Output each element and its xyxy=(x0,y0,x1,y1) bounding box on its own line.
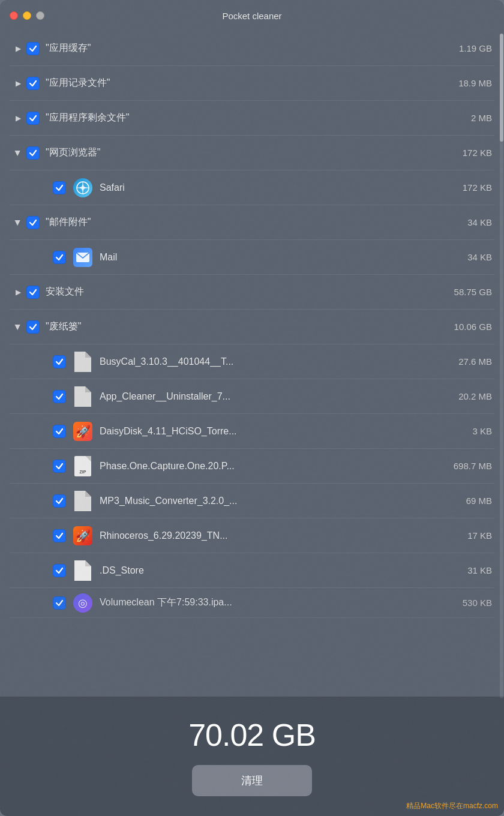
checkbox-app-logs[interactable] xyxy=(26,77,40,90)
minimize-button[interactable] xyxy=(23,11,31,20)
list-item[interactable]: Mail 34 KB xyxy=(10,240,494,275)
item-size: 17 KB xyxy=(444,530,492,541)
list-item[interactable]: ▶ "网页浏览器" 172 KB xyxy=(10,136,494,170)
item-size: 530 KB xyxy=(444,598,492,608)
item-label: MP3_Music_Converter_3.2.0_... xyxy=(100,496,437,506)
chevron-icon[interactable]: ▶ xyxy=(12,147,24,159)
chevron-icon[interactable]: ▶ xyxy=(12,286,24,298)
svg-marker-7 xyxy=(74,386,91,407)
chevron-icon[interactable]: ▶ xyxy=(12,77,24,89)
item-size: 2 MB xyxy=(444,113,492,123)
chevron-icon[interactable]: ▶ xyxy=(12,112,24,124)
svg-marker-11 xyxy=(74,560,91,581)
file-icon xyxy=(72,386,94,407)
window-title: Pocket cleaner xyxy=(222,11,281,21)
item-size: 1.19 GB xyxy=(444,43,492,53)
list-item[interactable]: ZIP Phase.One.Capture.One.20.P... 698.7 … xyxy=(10,449,494,484)
checkbox-phase-one[interactable] xyxy=(53,460,66,473)
app-window: Pocket cleaner ▶ "应用缓存" 1.19 GB ▶ xyxy=(0,0,504,816)
list-item[interactable]: .DS_Store 31 KB xyxy=(10,553,494,588)
item-label: Rhinoceros_6.29.20239_TN... xyxy=(100,530,437,541)
daisydisk-icon: 🚀 xyxy=(72,421,94,442)
item-label: "应用缓存" xyxy=(46,42,437,55)
item-size: 69 MB xyxy=(444,496,492,506)
content-area: ▶ "应用缓存" 1.19 GB ▶ "应用记录文件" 18.9 xyxy=(0,31,504,696)
item-size: 58.75 GB xyxy=(444,287,492,297)
item-size: 698.7 MB xyxy=(444,461,492,471)
scrollbar-track xyxy=(500,34,503,698)
checkbox-app-leftovers[interactable] xyxy=(26,112,40,125)
list-item[interactable]: ◎ Volumeclean 下午7:59:33.ipa... 530 KB xyxy=(10,588,494,618)
mail-icon xyxy=(72,247,94,268)
item-size: 34 KB xyxy=(444,217,492,227)
item-label: 安装文件 xyxy=(46,286,437,298)
scrollbar[interactable] xyxy=(499,31,504,696)
list-item[interactable]: ▶ "废纸篓" 10.06 GB xyxy=(10,310,494,344)
item-label: DaisyDisk_4.11_HCiSO_Torre... xyxy=(100,426,437,437)
item-label: "废纸篓" xyxy=(46,320,437,333)
checkbox-ds-store[interactable] xyxy=(53,564,66,577)
list-item[interactable]: 🚀 DaisyDisk_4.11_HCiSO_Torre... 3 KB xyxy=(10,414,494,449)
item-label: Mail xyxy=(100,252,437,263)
chevron-icon[interactable]: ▶ xyxy=(12,43,24,55)
list-item[interactable]: ▶ 安装文件 58.75 GB xyxy=(10,275,494,310)
checkbox-daisydisk[interactable] xyxy=(53,425,66,438)
item-label: Volumeclean 下午7:59:33.ipa... xyxy=(100,596,437,609)
item-size: 172 KB xyxy=(444,182,492,193)
list-item[interactable]: MP3_Music_Converter_3.2.0_... 69 MB xyxy=(10,484,494,518)
checkbox-volumeclean[interactable] xyxy=(53,596,66,610)
svg-marker-5 xyxy=(74,352,91,372)
checkbox-app-cache[interactable] xyxy=(26,42,40,55)
list-item[interactable]: ▶ "应用缓存" 1.19 GB xyxy=(10,31,494,66)
checkbox-mp3[interactable] xyxy=(53,494,66,508)
checkbox-mail-attachments[interactable] xyxy=(26,216,40,229)
voluma-icon: ◎ xyxy=(72,592,94,614)
maximize-button[interactable] xyxy=(36,11,44,20)
svg-marker-3 xyxy=(79,184,86,191)
item-size: 27.6 MB xyxy=(444,356,492,367)
footer: 70.02 GB 清理 xyxy=(0,696,504,816)
list-item[interactable]: ▶ "应用记录文件" 18.9 MB xyxy=(10,66,494,101)
titlebar: Pocket cleaner xyxy=(0,0,504,31)
watermark: 精品Mac软件尽在macfz.com xyxy=(406,801,498,811)
svg-marker-8 xyxy=(85,386,91,392)
checkbox-appcleaner[interactable] xyxy=(53,390,66,403)
item-size: 34 KB xyxy=(444,252,492,262)
traffic-lights xyxy=(10,11,44,20)
file-icon xyxy=(72,490,94,512)
list-item[interactable]: Safari 172 KB xyxy=(10,170,494,205)
item-size: 3 KB xyxy=(444,426,492,436)
item-size: 31 KB xyxy=(444,565,492,575)
item-size: 10.06 GB xyxy=(444,322,492,332)
item-label: App_Cleaner__Uninstaller_7... xyxy=(100,391,437,402)
chevron-icon[interactable]: ▶ xyxy=(12,217,24,229)
scrollbar-thumb[interactable] xyxy=(500,34,503,142)
clean-button[interactable]: 清理 xyxy=(192,765,312,796)
checkbox-mail[interactable] xyxy=(53,251,66,264)
item-label: "邮件附件" xyxy=(46,216,437,229)
list-item[interactable]: 🚀 Rhinoceros_6.29.20239_TN... 17 KB xyxy=(10,518,494,553)
checkbox-rhinoceros[interactable] xyxy=(53,529,66,542)
list-item[interactable]: BusyCal_3.10.3__401044__T... 27.6 MB xyxy=(10,344,494,379)
close-button[interactable] xyxy=(10,11,18,20)
list-item[interactable]: ▶ "邮件附件" 34 KB xyxy=(10,205,494,240)
checkbox-safari[interactable] xyxy=(53,181,66,194)
list-item[interactable]: App_Cleaner__Uninstaller_7... 20.2 MB xyxy=(10,379,494,414)
category-list: ▶ "应用缓存" 1.19 GB ▶ "应用记录文件" 18.9 xyxy=(0,31,504,618)
checkbox-browser[interactable] xyxy=(26,146,40,160)
file-blank-icon xyxy=(72,560,94,581)
item-size: 18.9 MB xyxy=(444,78,492,88)
item-label: BusyCal_3.10.3__401044__T... xyxy=(100,356,437,367)
item-label: Phase.One.Capture.One.20.P... xyxy=(100,461,437,472)
chevron-icon[interactable]: ▶ xyxy=(12,321,24,333)
checkbox-trash[interactable] xyxy=(26,320,40,334)
svg-marker-12 xyxy=(85,560,91,566)
checkbox-busycal[interactable] xyxy=(53,355,66,368)
rhinoceros-icon: 🚀 xyxy=(72,525,94,547)
list-item[interactable]: ▶ "应用程序剩余文件" 2 MB xyxy=(10,101,494,136)
item-label: "应用程序剩余文件" xyxy=(46,112,437,124)
item-label: "网页浏览器" xyxy=(46,146,437,159)
svg-marker-6 xyxy=(85,352,91,358)
checkbox-install-files[interactable] xyxy=(26,286,40,299)
item-size: 20.2 MB xyxy=(444,391,492,401)
